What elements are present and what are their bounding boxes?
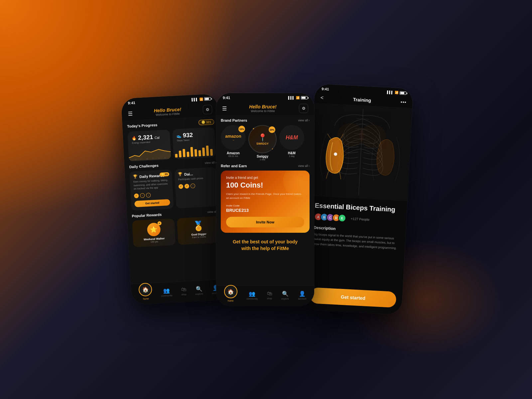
brand-partners-header: Brand Partners view all › [221,118,310,122]
phone-1-screen: 9:41 ▌▌▌ 📶 ☰ Hello Bruce! Welcome to Fit… [121,94,228,305]
nav-explore-2[interactable]: 🔍 explore [281,291,289,300]
phone-3: 9:41 ▌▌▌ 📶 < Training ••• [303,84,413,315]
swiggy-discount: 20% [269,126,275,133]
avatar-5: E [338,214,346,222]
svg-rect-16 [206,146,209,156]
brand-partners-view-all[interactable]: view all › [298,119,310,122]
progress-title: Today's Progress [127,123,158,128]
phone-2-screen: 9:41 ▌▌▌ 📶 ☰ Hello Bruce! Welcome to Fit… [216,93,314,306]
wifi-icon: 📶 [199,97,203,101]
training-name: Essential Biceps Training [315,201,401,214]
muscle-hero [309,103,412,201]
phone-1: 9:41 ▌▌▌ 📶 ☰ Hello Bruce! Welcome to Fit… [121,94,228,305]
swiggy-name: Swiggy [257,155,268,158]
svg-rect-14 [199,150,201,156]
get-started-button-3[interactable]: Get started [310,287,396,308]
coins-reward: 100 Coins! [226,181,304,190]
nav-home-1[interactable]: 🏠 home [139,286,153,300]
steps-value: 932 [183,132,193,139]
refer-description: Claim your reward in the Friends Page, O… [226,192,304,200]
amazon-name: Amazon [227,151,240,155]
account-icon-2: 👤 [299,291,306,297]
menu-icon-2[interactable]: ☰ [222,105,227,112]
settings-icon-2[interactable]: ⚙ [299,104,308,113]
svg-text:M: M [135,159,137,161]
nav-community-1[interactable]: 👥 community [161,287,173,297]
reward-card-2: 🏅 Goal Digger Earn to Coins [177,216,220,245]
bottom-nav-2: 🏠 home 👥 community 🛍 shop 🔍 explore 👤 [216,285,314,306]
settings-icon-1[interactable]: ⚙ [202,105,212,114]
brand-amazon[interactable]: 10% amazon → [221,125,246,150]
challenge-1-badge: 🪙 23 [160,172,169,177]
svg-rect-10 [183,149,186,157]
sparkle-1: ✦ [157,221,162,225]
rewards-title: Popular Rewards [132,212,162,218]
battery-icon-2 [301,96,308,99]
status-icons-2: ▌▌▌ 📶 [288,96,308,99]
brand-hm[interactable]: H&M [279,125,304,150]
brand-partners-title: Brand Partners [221,118,247,122]
hm-name: H&M [288,151,296,155]
coins-value: 321 [206,120,211,124]
stats-row: 🔥 2,321 Cal Energy expended S [127,127,216,162]
invite-now-button[interactable]: Invite Now [226,217,304,227]
check-6: ○ [191,183,196,188]
wifi-icon-3: 📶 [395,91,399,95]
signal-icon-2: ▌▌▌ [288,96,295,99]
challenge-1-desc: Earn money for walking, biking, swimming… [133,179,170,191]
header-title-2: Hello Bruce! Welcome to FitMe [249,104,276,113]
shop-icon-1: 🛍 [181,286,187,293]
svg-rect-17 [210,149,213,156]
calories-value: 2,321 [138,134,153,141]
battery-icon-3 [400,91,406,95]
refer-earn-view-all[interactable]: view all › [298,164,310,168]
status-bar-2: 9:41 ▌▌▌ 📶 [216,93,314,101]
get-started-button-1[interactable]: Get started [134,199,170,207]
amazon-discount: 10% [238,126,245,132]
nav-home-2[interactable]: 🏠 home [224,288,237,302]
steps-card: 👟 932 Steps Taken [172,127,216,159]
brand-partners-list: 10% amazon → Amazon 03:21 hrs 20% 📍 SWIG… [221,125,310,161]
status-time-1: 9:41 [128,101,135,105]
swiggy-text: SWIGGY [256,142,269,145]
nav-shop-2[interactable]: 🛍 shop [267,291,272,300]
more-options-button[interactable]: ••• [400,99,407,105]
challenges-view-all[interactable]: view all › [205,161,216,165]
back-button[interactable]: < [320,95,324,101]
menu-icon[interactable]: ☰ [128,110,133,117]
status-icons-3: ▌▌▌ 📶 [387,90,407,95]
header-sub-2: Welcome to FitMe [249,109,276,113]
community-icon-2: 👥 [249,291,255,297]
challenges-title: Daily Challenges [129,163,159,169]
status-time-2: 9:41 [223,96,230,100]
nav-community-2[interactable]: 👥 community [246,291,258,300]
invite-code-value: BRUCE213 [226,208,304,213]
steps-chart [173,142,216,159]
challenge-2-title: 🏆 Dai... [178,171,214,177]
home-bubble-2: 🏠 [224,285,237,298]
home-bubble-1: 🏠 [138,283,152,297]
refer-earn-header: Refer and Earn view all › [221,164,310,168]
svg-rect-12 [191,147,194,157]
phones-container: 9:41 ▌▌▌ 📶 ☰ Hello Bruce! Welcome to Fit… [120,86,412,313]
svg-rect-13 [195,149,197,157]
amazon-logo: amazon [225,134,241,139]
calories-chart: S M T W T F S [128,144,171,162]
description-text: Big biceps signal to the world that you'… [313,232,399,251]
app-header-2: ☰ Hello Bruce! Welcome to FitMe ⚙ [216,101,314,115]
flame-icon: 🔥 [132,136,137,141]
nav-account-2[interactable]: 👤 account [298,291,307,300]
nav-explore-1[interactable]: 🔍 explore [195,285,203,295]
coin-icon: 🪙 [201,121,205,124]
coins-badge: 🪙 321 [199,119,214,125]
sparkle-swiggy-2: ✦ [272,148,273,150]
svg-rect-9 [179,151,182,157]
calories-unit: Cal [154,136,160,140]
check-3: ○ [146,193,151,198]
nav-shop-1[interactable]: 🛍 shop [181,286,187,296]
reward-1-sub: 100 pts [150,240,158,243]
brand-swiggy[interactable]: 20% 📍 SWIGGY ✦ ✦ [248,125,277,153]
phone-1-content: Today's Progress 🪙 321 🔥 2,321 Cal [122,116,227,284]
training-content: Essential Biceps Training A B C D E +127… [305,196,407,289]
svg-text:S: S [129,159,131,161]
